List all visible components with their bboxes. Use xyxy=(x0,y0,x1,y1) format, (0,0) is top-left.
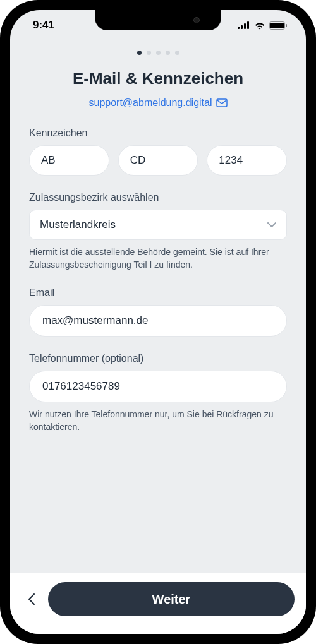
district-value: Musterlandkreis xyxy=(40,218,116,231)
svg-rect-0 xyxy=(238,27,240,29)
phone-frame: 9:41 E-Mail & Kennzeichen support@abmeld… xyxy=(0,0,316,644)
plate-row: AB CD 1234 xyxy=(29,145,287,176)
phone-input[interactable]: 0176123456789 xyxy=(29,371,287,402)
status-right xyxy=(238,21,287,30)
bottom-bar: Weiter xyxy=(10,573,306,634)
email-label: Email xyxy=(29,287,287,299)
svg-rect-7 xyxy=(217,99,227,107)
svg-rect-3 xyxy=(247,21,249,29)
support-email-link[interactable]: support@abmeldung.digital xyxy=(29,97,287,109)
district-select[interactable]: Musterlandkreis xyxy=(29,210,287,240)
plate-input-letters[interactable]: CD xyxy=(118,145,198,176)
svg-rect-2 xyxy=(244,23,246,29)
screen: 9:41 E-Mail & Kennzeichen support@abmeld… xyxy=(10,10,306,634)
side-button xyxy=(0,139,1,179)
district-helper: Hiermit ist die ausstellende Behörde gem… xyxy=(29,246,287,271)
phone-helper: Wir nutzen Ihre Telefonnummer nur, um Si… xyxy=(29,408,287,433)
plate-value-letters: CD xyxy=(130,154,146,167)
progress-dot xyxy=(137,51,142,55)
chevron-left-icon xyxy=(28,593,35,605)
support-email-text: support@abmeldung.digital xyxy=(88,97,212,109)
front-camera xyxy=(193,17,200,23)
progress-dot xyxy=(175,51,179,55)
email-value: max@mustermann.de xyxy=(42,314,149,327)
progress-dot xyxy=(166,51,170,55)
continue-label: Weiter xyxy=(152,592,191,607)
back-button[interactable] xyxy=(21,593,42,605)
district-label: Zulassungsbezirk auswählen xyxy=(29,192,287,203)
chevron-down-icon xyxy=(267,222,276,227)
svg-rect-5 xyxy=(270,23,284,28)
plate-input-region[interactable]: AB xyxy=(29,145,109,176)
cellular-icon xyxy=(238,21,250,29)
side-button xyxy=(0,189,1,230)
plate-input-number[interactable]: 1234 xyxy=(207,145,287,176)
plate-value-region: AB xyxy=(41,154,56,167)
status-time: 9:41 xyxy=(33,19,54,32)
content: E-Mail & Kennzeichen support@abmeldung.d… xyxy=(10,40,306,573)
battery-icon xyxy=(269,21,287,30)
email-input[interactable]: max@mustermann.de xyxy=(29,305,287,337)
side-button xyxy=(0,101,1,124)
progress-dot xyxy=(156,51,161,55)
svg-rect-1 xyxy=(241,25,243,29)
phone-label: Telefonnummer (optional) xyxy=(29,353,287,364)
svg-rect-6 xyxy=(286,24,287,27)
phone-value: 0176123456789 xyxy=(42,380,120,393)
page-title: E-Mail & Kennzeichen xyxy=(29,69,287,88)
plate-value-number: 1234 xyxy=(219,154,243,167)
notch xyxy=(95,10,221,30)
progress-dot xyxy=(147,51,151,55)
mail-icon xyxy=(216,98,228,107)
continue-button[interactable]: Weiter xyxy=(48,582,295,616)
plate-label: Kennzeichen xyxy=(29,128,287,139)
wifi-icon xyxy=(254,21,265,30)
progress-dots xyxy=(29,51,287,55)
